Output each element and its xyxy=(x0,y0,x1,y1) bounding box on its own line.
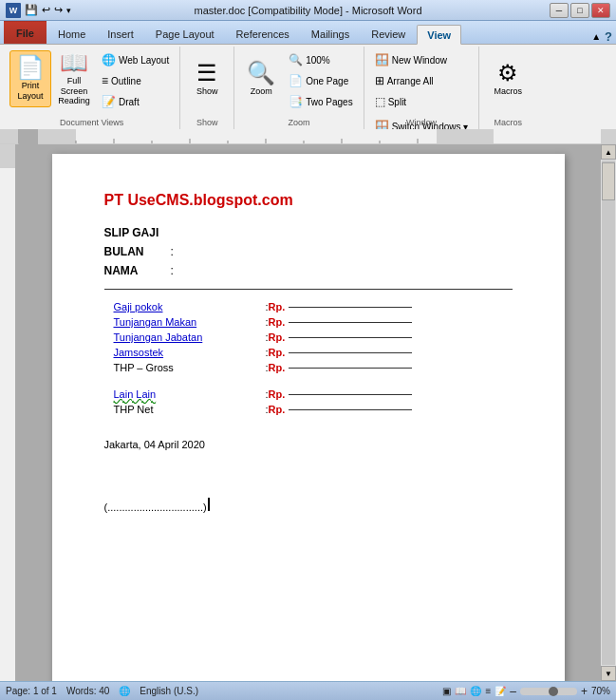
show-button[interactable]: ☰ Show xyxy=(186,50,228,107)
show-label: Show xyxy=(180,118,233,127)
full-screen-reading-button[interactable]: 📖 Full ScreenReading xyxy=(53,50,95,107)
macros-icon: ⚙ xyxy=(497,62,518,85)
ruler-area xyxy=(0,129,616,144)
bulan-label: BULAN xyxy=(104,245,171,258)
tab-page-layout[interactable]: Page Layout xyxy=(145,24,225,44)
gaji-pokok-label: Gaji pokok xyxy=(114,301,266,312)
thp-net-label: THP Net xyxy=(114,404,266,415)
language-indicator: English (U.S.) xyxy=(140,686,198,696)
one-page-button[interactable]: 📄 One Page xyxy=(284,71,357,90)
scroll-thumb[interactable] xyxy=(602,162,615,200)
svg-rect-13 xyxy=(0,144,15,681)
view-normal-icon[interactable]: ▣ xyxy=(442,686,451,696)
print-layout-icon: 📄 xyxy=(16,56,45,79)
arrange-all-button[interactable]: ⊞ Arrange All xyxy=(370,71,474,90)
scroll-down-button[interactable]: ▼ xyxy=(601,666,616,681)
view-small-buttons: 🌐 Web Layout ≡ Outline 📝 Draft xyxy=(97,50,174,124)
bulan-colon: : xyxy=(171,245,174,258)
scroll-up-button[interactable]: ▲ xyxy=(601,144,616,160)
web-layout-button[interactable]: 🌐 Web Layout xyxy=(97,50,174,69)
ruler-right xyxy=(601,129,616,144)
draft-button[interactable]: 📝 Draft xyxy=(97,92,174,111)
gaji-pokok-rp: Rp. xyxy=(269,301,286,312)
nama-label: NAMA xyxy=(104,264,171,277)
nama-colon: : xyxy=(171,264,174,277)
group-document-views: 📄 PrintLayout 📖 Full ScreenReading 🌐 Web… xyxy=(4,47,180,129)
split-button[interactable]: ⬚ Split xyxy=(370,92,474,111)
jamsostek-rp: Rp. xyxy=(269,347,286,358)
zoom-group-label: Zoom xyxy=(234,118,363,127)
tab-mailings[interactable]: Mailings xyxy=(301,24,360,44)
outline-button[interactable]: ≡ Outline xyxy=(97,71,174,90)
scroll-track[interactable] xyxy=(602,161,615,665)
status-right: ▣ 📖 🌐 ≡ 📝 – + 70% xyxy=(442,685,610,698)
thp-gross-label: THP – Gross xyxy=(114,362,266,373)
tab-review[interactable]: Review xyxy=(361,24,416,44)
new-window-label: New Window xyxy=(392,55,447,66)
help-icon[interactable]: ? xyxy=(605,29,612,44)
outline-icon: ≡ xyxy=(102,74,108,87)
show-label: Show xyxy=(196,86,218,96)
zoom-slider[interactable] xyxy=(520,688,577,695)
lain-lain-rp: Rp. xyxy=(269,388,286,400)
zoom-100-button[interactable]: 🔍 100% xyxy=(284,50,357,69)
zoom-out-button[interactable]: – xyxy=(510,685,516,698)
thp-gross-underline xyxy=(289,368,412,369)
show-icon: ☰ xyxy=(196,62,217,85)
zoom-in-button[interactable]: + xyxy=(581,685,588,698)
split-label: Split xyxy=(388,97,406,107)
customize-icon[interactable]: ▾ xyxy=(66,6,71,15)
top-divider xyxy=(104,289,513,290)
window-controls: ─ □ ✕ xyxy=(550,3,610,18)
document-title: PT UseCMS.blogspot.com xyxy=(104,192,513,209)
close-button[interactable]: ✕ xyxy=(591,3,610,18)
group-zoom: 🔍 Zoom 🔍 100% 📄 One Page 📑 Two Pages Zoo… xyxy=(234,47,364,129)
zoom-button[interactable]: 🔍 Zoom xyxy=(240,50,282,107)
title-bar: W 💾 ↩ ↪ ▾ master.doc [Compatibility Mode… xyxy=(0,0,616,21)
two-pages-label: Two Pages xyxy=(306,97,352,107)
save-icon[interactable]: 💾 xyxy=(25,4,38,16)
minimize-button[interactable]: ─ xyxy=(550,3,569,18)
two-pages-button[interactable]: 📑 Two Pages xyxy=(284,92,357,111)
language-flag-icon: 🌐 xyxy=(119,686,130,696)
zoom-icon: 🔍 xyxy=(247,62,275,85)
undo-icon[interactable]: ↩ xyxy=(42,4,50,16)
new-window-button[interactable]: 🪟 New Window xyxy=(370,50,474,69)
print-layout-label: PrintLayout xyxy=(17,81,43,102)
one-page-label: One Page xyxy=(306,76,348,86)
document-container[interactable]: PT UseCMS.blogspot.com SLIP GAJI BULAN :… xyxy=(15,144,601,681)
view-draft-icon[interactable]: 📝 xyxy=(495,686,506,696)
salary-table: Gaji pokok : Rp. Tunjangan Makan : Rp. T… xyxy=(114,301,475,415)
view-reading-icon[interactable]: 📖 xyxy=(455,686,466,696)
slip-gaji-row: SLIP GAJI xyxy=(104,226,513,239)
group-window: 🪟 New Window ⊞ Arrange All ⬚ Split 🪟 Swi… xyxy=(364,47,480,129)
tab-file[interactable]: File xyxy=(4,21,47,44)
status-bar: Page: 1 of 1 Words: 40 🌐 English (U.S.) … xyxy=(0,681,616,700)
view-web-icon[interactable]: 🌐 xyxy=(470,686,481,696)
new-window-icon: 🪟 xyxy=(375,53,389,66)
view-outline-icon[interactable]: ≡ xyxy=(485,686,491,696)
print-layout-button[interactable]: 📄 PrintLayout xyxy=(9,50,51,107)
tab-view[interactable]: View xyxy=(417,25,461,45)
jamsostek-underline xyxy=(289,352,412,353)
svg-rect-1 xyxy=(38,129,76,144)
status-left: Page: 1 of 1 Words: 40 🌐 English (U.S.) xyxy=(6,686,198,696)
main-area: PT UseCMS.blogspot.com SLIP GAJI BULAN :… xyxy=(0,144,616,681)
macros-button[interactable]: ⚙ Macros xyxy=(487,50,529,107)
window-title: master.doc [Compatibility Mode] - Micros… xyxy=(0,5,616,16)
vertical-scrollbar[interactable]: ▲ ▼ xyxy=(601,144,616,681)
gaji-pokok-underline xyxy=(289,307,412,308)
horizontal-ruler xyxy=(38,129,601,144)
tunjangan-jabatan-row: Tunjangan Jabatan : Rp. xyxy=(114,331,475,343)
zoom-level: 70% xyxy=(591,686,610,696)
tab-home[interactable]: Home xyxy=(47,24,96,44)
tab-insert[interactable]: Insert xyxy=(97,24,144,44)
draft-icon: 📝 xyxy=(102,95,116,108)
vertical-ruler-marks xyxy=(0,144,15,681)
tab-references[interactable]: References xyxy=(226,24,300,44)
maximize-button[interactable]: □ xyxy=(570,3,589,18)
gaji-pokok-row: Gaji pokok : Rp. xyxy=(114,301,475,312)
redo-icon[interactable]: ↪ xyxy=(54,4,63,16)
ribbon-collapse-icon[interactable]: ▲ xyxy=(591,31,601,42)
signature-text: (.................................) xyxy=(104,501,207,513)
